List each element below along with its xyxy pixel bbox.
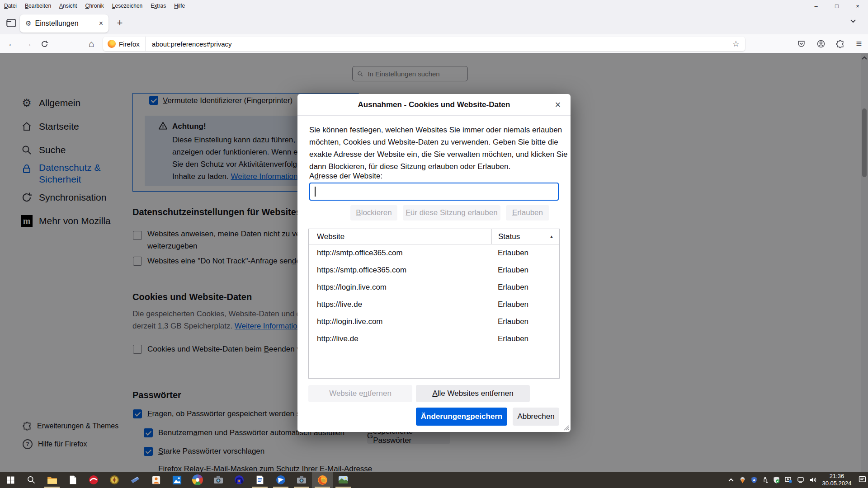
nav-toolbar: ← → ⌂ Firefox about:preferences#privacy … (0, 34, 868, 54)
taskbar-scanner-app-icon[interactable] (125, 472, 146, 488)
firefox-logo-icon (108, 40, 116, 48)
clock-time: 21:36 (817, 473, 856, 480)
location-tray-icon[interactable] (739, 476, 746, 483)
reload-button[interactable] (37, 37, 52, 51)
allow-session-button[interactable]: Für diese Sitzung erlauben (403, 205, 500, 221)
menu-bearbeiten[interactable]: Bearbeiten (21, 3, 55, 9)
menu-extras[interactable]: Extras (146, 3, 170, 9)
back-button[interactable]: ← (5, 37, 19, 51)
dialog-body-line: möchten, Cookies und Website-Daten zu ve… (309, 138, 558, 147)
identity-label: Firefox (119, 40, 140, 48)
dialog-body-line: exakte Adresse der Website ein, die Sie … (309, 150, 567, 159)
taskbar-writer-app-icon[interactable] (250, 472, 270, 488)
block-button[interactable]: Blockieren (350, 205, 397, 221)
taskbar-clock[interactable]: 21:36 30.05.2024 (817, 473, 856, 487)
remote-display-tray-icon[interactable] (785, 476, 792, 483)
table-row[interactable]: https://login.live.com Erlauben (309, 279, 559, 296)
exceptions-dialog: Ausnahmen - Cookies und Website-Daten × … (297, 94, 571, 432)
identity-chip[interactable]: Firefox (103, 37, 146, 51)
address-input[interactable] (309, 183, 559, 201)
extensions-puzzle-icon[interactable] (833, 37, 847, 51)
taskbar-video-app-icon[interactable] (333, 472, 354, 488)
action-center-icon[interactable] (859, 475, 867, 484)
antivirus-shield-tray-icon[interactable]: A (751, 476, 757, 483)
save-changes-button[interactable]: Änderungen speichern (416, 408, 507, 426)
resize-grip[interactable] (563, 425, 569, 431)
table-row[interactable]: http://live.de Erlauben (309, 330, 559, 347)
column-website[interactable]: Website (317, 229, 344, 244)
cancel-button[interactable]: Abbrechen (513, 408, 559, 426)
menu-chronik[interactable]: Chronik (81, 3, 108, 9)
tab-bar: ⚙ Einstellungen × + (0, 12, 868, 34)
bookmark-star-icon[interactable]: ☆ (732, 39, 740, 49)
menu-bar: Datei Bearbeiten Ansicht Chronik Lesezei… (0, 0, 868, 12)
menu-lesezeichen[interactable]: Lesezeichen (108, 3, 146, 9)
tab-close-icon[interactable]: × (99, 19, 103, 28)
taskbar-libreoffice-icon[interactable] (62, 472, 83, 488)
taskbar-file-explorer-icon[interactable] (42, 472, 62, 488)
hidden-icons-chevron[interactable] (728, 478, 734, 482)
dialog-close-icon[interactable]: × (552, 99, 564, 111)
menu-ansicht[interactable]: Ansicht (55, 3, 81, 9)
hamburger-menu-icon[interactable]: ≡ (852, 37, 866, 51)
pocket-icon[interactable] (794, 37, 808, 51)
start-button[interactable] (0, 472, 21, 488)
table-header: Website Status ▲ (309, 229, 559, 244)
remove-website-button[interactable]: Website entfernen (308, 385, 412, 402)
taskbar-firefox-icon[interactable] (312, 472, 333, 488)
taskbar-compass-app-icon[interactable] (104, 472, 125, 488)
sort-ascending-icon[interactable]: ▲ (549, 229, 554, 244)
firefox-view-icon[interactable] (5, 17, 17, 29)
taskbar-audio-app-icon[interactable] (229, 472, 250, 488)
table-row[interactable]: https://live.de Erlauben (309, 296, 559, 313)
dialog-body-line: Sie können festlegen, welchen Websites S… (309, 126, 562, 135)
restore-button[interactable]: □ (826, 0, 847, 12)
tab-gear-icon: ⚙ (25, 19, 31, 28)
close-window-button[interactable]: × (847, 0, 868, 12)
dialog-title: Ausnahmen - Cookies und Website-Daten (297, 94, 571, 116)
menu-datei[interactable]: Datei (0, 3, 21, 9)
taskbar-search-icon[interactable] (21, 472, 42, 488)
taskbar-picasa-app-icon[interactable] (187, 472, 208, 488)
clock-date: 30.05.2024 (817, 480, 856, 487)
screen: Datei Bearbeiten Ansicht Chronik Lesezei… (0, 0, 868, 488)
svg-text:A: A (753, 478, 755, 482)
taskbar-thunderbird-icon[interactable] (270, 472, 291, 488)
network-tray-icon[interactable] (797, 476, 804, 483)
remove-all-websites-button[interactable]: Alle Websites entfernen (416, 385, 530, 402)
windows-taskbar: A 21:36 30.05.2024 (0, 472, 868, 488)
account-icon[interactable] (814, 37, 828, 51)
tab-einstellungen[interactable]: ⚙ Einstellungen × (20, 14, 108, 33)
allow-button[interactable]: Erlauben (506, 205, 549, 221)
taskbar-red-media-app-icon[interactable] (83, 472, 104, 488)
volume-tray-icon[interactable] (809, 476, 816, 483)
address-label: Adresse der Website: (309, 172, 382, 181)
tab-title: Einstellungen (35, 19, 99, 28)
exceptions-table: Website Status ▲ http://smtp.office365.c… (308, 229, 560, 379)
system-tray: A (728, 472, 816, 488)
dialog-header: Ausnahmen - Cookies und Website-Daten × (297, 94, 571, 116)
forward-button[interactable]: → (21, 37, 35, 51)
list-all-tabs-button[interactable] (850, 19, 856, 23)
url-text: about:preferences#privacy (152, 40, 732, 48)
new-tab-button[interactable]: + (113, 16, 127, 30)
dialog-body-line: dann Blockieren, für diese Sitzung erlau… (309, 162, 510, 171)
menu-hilfe[interactable]: Hilfe (170, 3, 189, 9)
table-row[interactable]: http://smtp.office365.com Erlauben (309, 244, 559, 262)
table-row[interactable]: http://login.live.com Erlauben (309, 313, 559, 330)
column-status[interactable]: Status (491, 229, 554, 244)
taskbar-screenshot-app-icon[interactable] (208, 472, 229, 488)
taskbar-photo-tool-app-icon[interactable] (146, 472, 166, 488)
home-button[interactable]: ⌂ (84, 37, 99, 51)
taskbar-screenshot-app-2-icon[interactable] (291, 472, 312, 488)
minimize-button[interactable]: – (806, 0, 826, 12)
table-row[interactable]: https://smtp.office365.com Erlauben (309, 262, 559, 279)
url-bar[interactable]: Firefox about:preferences#privacy ☆ (103, 37, 745, 51)
text-caret (315, 187, 316, 197)
usb-tray-icon[interactable] (762, 476, 768, 483)
taskbar-photos-app-icon[interactable] (166, 472, 187, 488)
defender-tray-icon[interactable] (773, 476, 780, 483)
